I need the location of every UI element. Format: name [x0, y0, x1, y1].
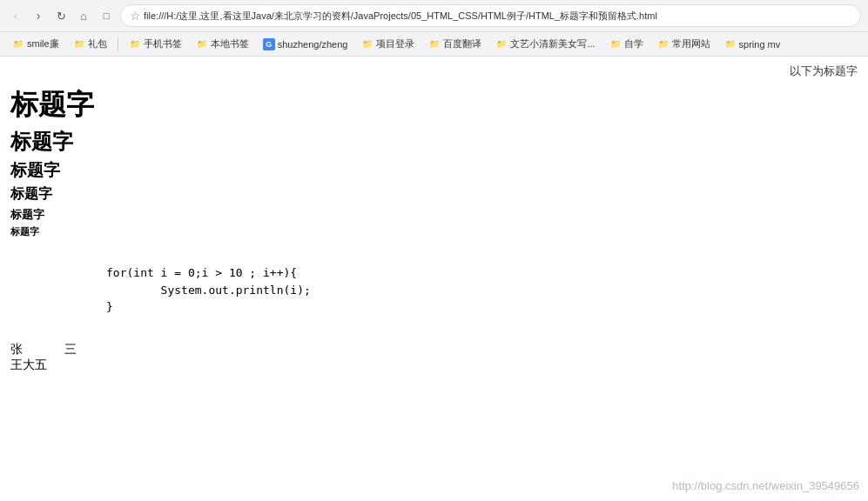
forward-button[interactable]: › — [30, 7, 47, 24]
bookmark-project[interactable]: 📁 项目登录 — [356, 36, 420, 52]
heading-h5: 标题字 — [10, 207, 858, 223]
folder-icon: 📁 — [428, 38, 441, 50]
heading-h6: 标题字 — [10, 226, 858, 238]
browser-toolbar: ‹ › ↻ ⌂ □ ☆ file:///H:/这里,这里,看这里Java/来北京… — [0, 0, 868, 31]
bookmark-spring-label: spring mv — [739, 39, 781, 50]
bookmark-phone[interactable]: 📁 手机书签 — [124, 36, 187, 52]
bookmark-baidu-label: 百度翻译 — [443, 37, 481, 50]
data-table: 张 三 王大五 — [10, 342, 94, 373]
back-button[interactable]: ‹ — [7, 7, 24, 24]
bookmark-libao-label: 礼包 — [88, 37, 107, 50]
table-section: 张 三 王大五 — [10, 342, 858, 373]
folder-icon: 📁 — [724, 38, 737, 50]
folder-icon: 📁 — [12, 38, 24, 50]
bookmark-phone-label: 手机书签 — [144, 37, 182, 50]
table-cell-san: 三 — [64, 342, 94, 357]
browser-chrome: ‹ › ↻ ⌂ □ ☆ file:///H:/这里,这里,看这里Java/来北京… — [0, 0, 868, 57]
folder-icon: 📁 — [495, 38, 508, 50]
table-row: 张 三 — [10, 342, 94, 357]
folder-icon: 📁 — [196, 38, 208, 50]
bookmark-wenyi-label: 文艺小清新美女写... — [510, 37, 595, 50]
tab-button[interactable]: □ — [98, 7, 115, 24]
bookmark-smile-label: smile廉 — [27, 37, 59, 50]
heading-h3: 标题字 — [10, 159, 858, 182]
bookmark-local-label: 本地书签 — [211, 37, 249, 50]
home-button[interactable]: ⌂ — [75, 7, 92, 24]
table-row: 王大五 — [10, 357, 94, 373]
bookmark-baidu[interactable]: 📁 百度翻译 — [423, 36, 487, 52]
folder-icon: 📁 — [361, 38, 373, 50]
address-bar[interactable]: ☆ file:///H:/这里,这里,看这里Java/来北京学习的资料/Java… — [120, 4, 861, 27]
bookmark-separator — [118, 37, 118, 51]
heading-h2: 标题字 — [10, 128, 858, 156]
refresh-button[interactable]: ↻ — [52, 7, 70, 24]
g-icon: G — [263, 38, 275, 50]
bookmark-selfstudy-label: 自学 — [624, 37, 643, 50]
folder-icon: 📁 — [73, 38, 85, 50]
code-block: for(int i = 0;i > 10 ; i++){ System.out.… — [106, 264, 858, 316]
folder-icon: 📁 — [129, 38, 141, 50]
bookmark-spring[interactable]: 📁 spring mv — [719, 37, 786, 52]
top-note: 以下为标题字 — [10, 63, 858, 79]
bookmark-common[interactable]: 📁 常用网站 — [652, 36, 716, 52]
folder-icon: 📁 — [657, 38, 670, 50]
bookmarks-bar: 📁 smile廉 📁 礼包 📁 手机书签 📁 本地书签 G shuzheng/z… — [0, 31, 868, 56]
star-icon[interactable]: ☆ — [130, 9, 141, 23]
bookmark-shuzheng[interactable]: G shuzheng/zheng — [258, 37, 353, 52]
bookmark-shuzheng-label: shuzheng/zheng — [278, 39, 348, 50]
bookmark-libao[interactable]: 📁 礼包 — [68, 36, 112, 52]
table-cell-wangdawu: 王大五 — [10, 357, 64, 373]
page-content: 以下为标题字 标题字 标题字 标题字 标题字 标题字 标题字 for(int i… — [0, 57, 868, 380]
address-text: file:///H:/这里,这里,看这里Java/来北京学习的资料/JavaPr… — [144, 10, 657, 23]
bookmark-local[interactable]: 📁 本地书签 — [191, 36, 254, 52]
bookmark-wenyi[interactable]: 📁 文艺小清新美女写... — [490, 36, 600, 52]
bookmark-project-label: 项目登录 — [376, 37, 414, 50]
folder-icon: 📁 — [609, 38, 622, 50]
table-cell-zhang: 张 — [10, 342, 64, 357]
heading-h1: 标题字 — [10, 86, 858, 124]
bookmark-selfstudy[interactable]: 📁 自学 — [604, 36, 649, 52]
heading-h4: 标题字 — [10, 185, 858, 204]
bookmark-common-label: 常用网站 — [672, 37, 710, 50]
bookmark-smile[interactable]: 📁 smile廉 — [7, 36, 64, 52]
